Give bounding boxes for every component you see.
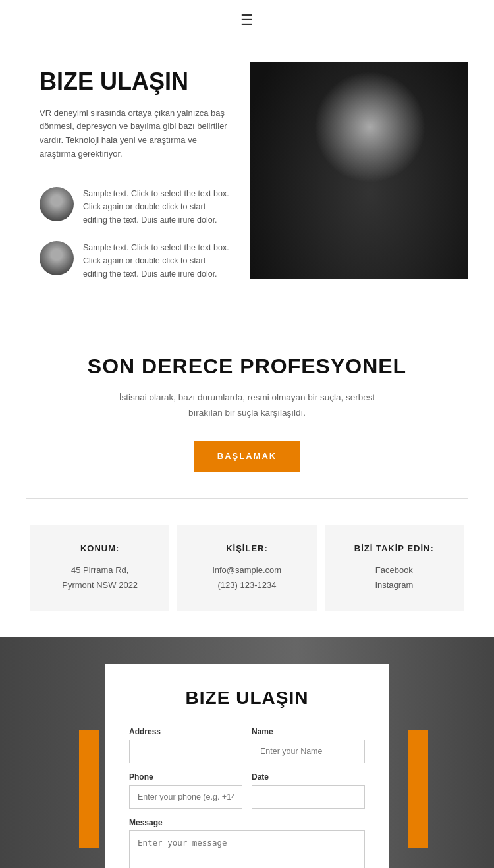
section2-divider — [26, 498, 468, 499]
avatar-2 — [40, 241, 74, 275]
location-line-2: Pyrmont NSW 2022 — [62, 580, 138, 590]
hero-image — [250, 62, 468, 279]
name-input[interactable] — [252, 740, 365, 763]
contact-hero-description: VR deneyimi sırasında ortaya çıkan yalnı… — [40, 107, 231, 161]
start-button[interactable]: BAŞLAMAK — [194, 441, 300, 472]
header: ☰ — [0, 0, 494, 36]
divider — [40, 175, 231, 175]
avatar-image-2 — [40, 241, 74, 275]
contact-hero-title: BIZE ULAŞIN — [40, 68, 231, 95]
social-card-title: BİZİ TAKİP EDİN: — [338, 543, 451, 553]
name-field-group: Name — [252, 727, 365, 763]
phone-input[interactable] — [129, 785, 242, 809]
contact-card-content: info@sample.com (123) 123-1234 — [190, 562, 303, 593]
name-label: Name — [252, 727, 365, 736]
orange-accent-bar-right — [408, 730, 428, 848]
contact-hero-section: BIZE ULAŞIN VR deneyimi sırasında ortaya… — [0, 36, 494, 315]
contact-left-content: BIZE ULAŞIN VR deneyimi sırasında ortaya… — [40, 62, 231, 295]
professional-section: SON DERECE PROFESYONEL İstisnai olarak, … — [0, 315, 494, 525]
location-card-content: 45 Pirrama Rd, Pyrmont NSW 2022 — [43, 562, 156, 593]
contact-item-1: Sample text. Click to select the text bo… — [40, 187, 231, 227]
contact-text-2: Sample text. Click to select the text bo… — [83, 241, 231, 281]
location-card-title: KONUM: — [43, 543, 156, 553]
message-field-group: Message — [129, 818, 365, 868]
instagram-link[interactable]: Instagram — [338, 578, 451, 593]
address-field-group: Address — [129, 727, 242, 763]
info-card-location: KONUM: 45 Pirrama Rd, Pyrmont NSW 2022 — [30, 525, 169, 612]
contact-phone: (123) 123-1234 — [218, 580, 277, 590]
contact-form-card: BIZE ULAŞIN Address Name Phone Date Mess… — [105, 664, 389, 868]
address-input[interactable] — [129, 740, 242, 763]
date-input[interactable] — [252, 785, 365, 809]
hamburger-icon[interactable]: ☰ — [240, 12, 254, 29]
message-label: Message — [129, 818, 365, 827]
professional-description: İstisnai olarak, bazı durumlarda, resmi … — [109, 391, 385, 421]
avatar-image-1 — [40, 187, 74, 221]
contact-email: info@sample.com — [213, 565, 281, 575]
facebook-link[interactable]: Facebook — [338, 562, 451, 578]
contact-card-title: KİŞİLER: — [190, 543, 303, 553]
contact-item-2: Sample text. Click to select the text bo… — [40, 241, 231, 281]
phone-field-group: Phone — [129, 773, 242, 809]
professional-title: SON DERECE PROFESYONEL — [26, 354, 468, 379]
address-label: Address — [129, 727, 242, 736]
message-input[interactable] — [129, 830, 365, 868]
contact-text-1: Sample text. Click to select the text bo… — [83, 187, 231, 227]
hero-image-container — [250, 62, 468, 295]
phone-label: Phone — [129, 773, 242, 782]
social-card-content: Facebook Instagram — [338, 562, 451, 593]
info-cards-container: KONUM: 45 Pirrama Rd, Pyrmont NSW 2022 K… — [0, 525, 494, 638]
location-line-1: 45 Pirrama Rd, — [71, 565, 128, 575]
form-title: BIZE ULAŞIN — [129, 688, 365, 709]
date-field-group: Date — [252, 773, 365, 809]
info-card-contact: KİŞİLER: info@sample.com (123) 123-1234 — [177, 525, 316, 612]
info-card-social: BİZİ TAKİP EDİN: Facebook Instagram — [325, 525, 464, 612]
date-label: Date — [252, 773, 365, 782]
orange-accent-bar-left — [79, 730, 99, 848]
form-section-wrapper: BIZE ULAŞIN Address Name Phone Date Mess… — [0, 637, 494, 868]
form-row-address-name: Address Name — [129, 727, 365, 763]
form-row-phone-date: Phone Date — [129, 773, 365, 809]
avatar-1 — [40, 187, 74, 221]
